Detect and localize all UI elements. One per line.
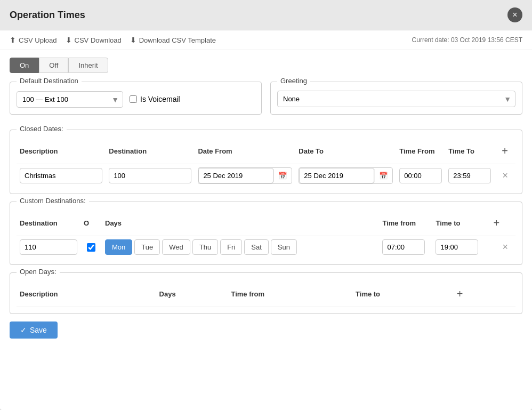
cd-time-to-input[interactable] <box>436 239 478 255</box>
open-days-thead: Description Days Time from Time to + <box>17 282 515 307</box>
date-from-input[interactable] <box>198 168 273 183</box>
open-days-table: Description Days Time from Time to + <box>17 282 515 307</box>
download-template-button[interactable]: ⬇ Download CSV Template <box>130 36 216 44</box>
col-od-days: Days <box>156 282 228 307</box>
col-description: Description <box>17 139 106 164</box>
csv-upload-label: CSV Upload <box>19 36 57 44</box>
col-date-from: Date From <box>195 139 295 164</box>
csv-download-button[interactable]: ⬇ CSV Download <box>66 36 122 44</box>
day-btn-mon[interactable]: Mon <box>105 239 132 255</box>
closed-dates-section: Closed Dates: Description Destination Da… <box>10 130 522 194</box>
day-btn-wed[interactable]: Wed <box>162 239 190 255</box>
td-cd-days: Mon Tue Wed Thu Fri Sat Sun <box>102 236 379 259</box>
closed-date-row-0: 📅 📅 <box>17 164 515 188</box>
modal-title: Operation Times <box>10 10 85 21</box>
time-from-input[interactable] <box>399 168 442 183</box>
custom-dest-header-row: Destination O Days Time from Time to + <box>17 211 515 236</box>
csv-upload-button[interactable]: ⬆ CSV Upload <box>10 36 57 44</box>
closed-dest-input[interactable] <box>109 168 191 183</box>
date-to-calendar-btn[interactable]: 📅 <box>374 169 392 182</box>
custom-destinations-section: Custom Destinations: Destination O Days … <box>10 202 522 265</box>
time-to-input[interactable] <box>448 168 491 183</box>
td-cd-remove: × <box>486 236 515 259</box>
is-voicemail-checkbox[interactable] <box>130 95 137 103</box>
day-btn-fri[interactable]: Fri <box>220 239 242 255</box>
td-destination <box>106 164 195 188</box>
save-button[interactable]: ✓ Save <box>10 321 58 339</box>
current-date: Current date: 03 Oct 2019 13:56 CEST <box>412 36 522 44</box>
default-destination-row: 100 — Ext 100 200 — Ext 200 ▼ Is Voicema… <box>17 91 255 108</box>
date-to-input[interactable] <box>299 168 374 183</box>
custom-dest-tbody: Mon Tue Wed Thu Fri Sat Sun <box>17 236 515 259</box>
closed-dates-table: Description Destination Date From Date T… <box>17 139 515 187</box>
download-template-label: Download CSV Template <box>139 36 216 44</box>
add-closed-date-button[interactable]: + <box>497 143 512 159</box>
cd-checkbox-cell <box>84 243 99 252</box>
remove-closed-date-button[interactable]: × <box>498 168 512 183</box>
is-voicemail-label: Is Voicemail <box>140 95 180 103</box>
closed-dates-thead: Description Destination Date From Date T… <box>17 139 515 164</box>
closed-dates-inner: Description Destination Date From Date T… <box>10 130 522 194</box>
col-cd-time-to: Time to <box>432 211 486 236</box>
date-from-calendar-btn[interactable]: 📅 <box>273 169 292 182</box>
default-destination-select[interactable]: 100 — Ext 100 200 — Ext 200 <box>17 91 123 108</box>
custom-dest-thead: Destination O Days Time from Time to + <box>17 211 515 236</box>
custom-destinations-inner: Destination O Days Time from Time to + <box>10 202 522 264</box>
toggle-inherit[interactable]: Inherit <box>68 58 108 73</box>
cd-checkbox[interactable] <box>87 243 95 252</box>
closed-dates-header-row: Description Destination Date From Date T… <box>17 139 515 164</box>
default-destination-legend: Default Destination <box>17 77 82 85</box>
save-check-icon: ✓ <box>20 326 27 334</box>
col-od-description: Description <box>17 282 156 307</box>
greeting-select-wrapper: None Greeting 1 Greeting 2 ▼ <box>277 91 515 107</box>
td-time-from <box>396 164 445 188</box>
td-cd-o <box>80 236 102 259</box>
day-btn-thu[interactable]: Thu <box>192 239 218 255</box>
days-group: Mon Tue Wed Thu Fri Sat Sun <box>105 239 376 255</box>
closed-dates-tbody: 📅 📅 <box>17 164 515 188</box>
description-input[interactable] <box>20 168 102 183</box>
td-date-to: 📅 <box>295 164 396 188</box>
day-btn-tue[interactable]: Tue <box>134 239 160 255</box>
toolbar: ⬆ CSV Upload ⬇ CSV Download ⬇ Download C… <box>0 30 532 50</box>
closed-dates-legend: Closed Dates: <box>17 125 67 133</box>
td-date-from: 📅 <box>195 164 295 188</box>
td-remove: × <box>494 164 515 188</box>
greeting-inner: None Greeting 1 Greeting 2 ▼ <box>271 82 522 114</box>
default-destination-section: Default Destination 100 — Ext 100 200 — … <box>10 82 262 115</box>
custom-dest-row-0: Mon Tue Wed Thu Fri Sat Sun <box>17 236 515 259</box>
open-days-section: Open Days: Description Days Time from Ti… <box>10 272 522 314</box>
day-btn-sat[interactable]: Sat <box>244 239 269 255</box>
col-cd-days: Days <box>102 211 379 236</box>
cd-time-from-input[interactable] <box>382 239 425 255</box>
td-cd-time-to <box>432 236 486 259</box>
greeting-select[interactable]: None Greeting 1 Greeting 2 <box>277 91 515 107</box>
toggle-off[interactable]: Off <box>39 58 68 73</box>
download-icon: ⬇ <box>66 36 72 44</box>
col-cd-add: + <box>486 211 515 236</box>
col-destination: Destination <box>106 139 195 164</box>
cd-dest-input[interactable] <box>20 239 77 255</box>
remove-custom-dest-button[interactable]: × <box>498 239 512 255</box>
col-od-time-from: Time from <box>228 282 352 307</box>
close-button[interactable]: × <box>507 7 522 22</box>
col-od-time-to: Time to <box>352 282 449 307</box>
td-description <box>17 164 106 188</box>
upload-icon: ⬆ <box>10 36 16 44</box>
date-from-wrap: 📅 <box>198 167 292 184</box>
toggle-on[interactable]: On <box>10 58 39 73</box>
col-add: + <box>494 139 515 164</box>
custom-destinations-legend: Custom Destinations: <box>17 197 89 205</box>
td-cd-time-from <box>379 236 432 259</box>
default-destination-select-wrapper: 100 — Ext 100 200 — Ext 200 ▼ <box>17 91 123 108</box>
greeting-section: Greeting None Greeting 1 Greeting 2 ▼ <box>270 82 522 115</box>
add-open-day-button[interactable]: + <box>453 286 467 302</box>
day-btn-sun[interactable]: Sun <box>271 239 297 255</box>
add-custom-dest-button[interactable]: + <box>489 215 504 231</box>
custom-destinations-table: Destination O Days Time from Time to + <box>17 211 515 258</box>
col-date-to: Date To <box>295 139 396 164</box>
csv-download-label: CSV Download <box>75 36 122 44</box>
modal-header: Operation Times × <box>0 0 532 30</box>
is-voicemail-row: Is Voicemail <box>130 91 180 108</box>
toolbar-left: ⬆ CSV Upload ⬇ CSV Download ⬇ Download C… <box>10 36 216 44</box>
